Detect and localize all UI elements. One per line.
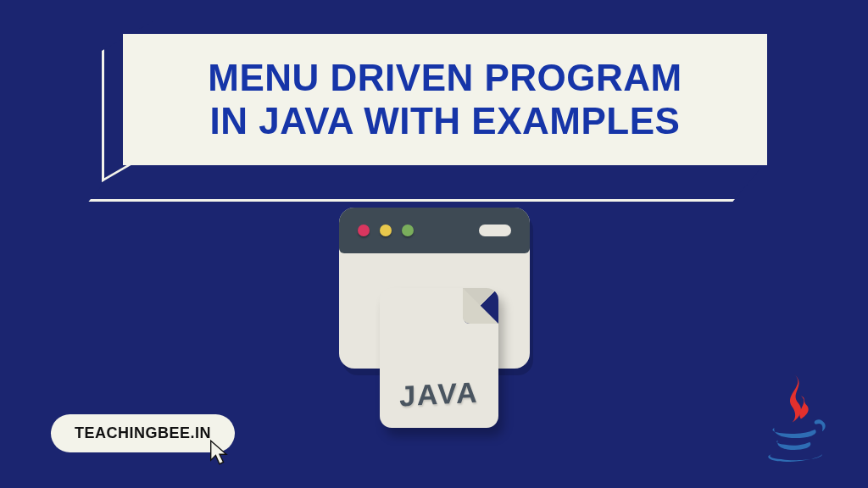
java-logo-icon xyxy=(758,369,830,467)
title-line-1: MENU DRIVEN PROGRAM xyxy=(208,57,682,98)
window-titlebar xyxy=(339,208,530,253)
site-badge-text: TEACHINGBEE.IN xyxy=(75,424,211,441)
traffic-light-yellow-icon xyxy=(380,225,392,236)
window-illustration: JAVA xyxy=(339,208,530,428)
file-fold-icon xyxy=(463,288,498,324)
title-text: MENU DRIVEN PROGRAM IN JAVA WITH EXAMPLE… xyxy=(208,57,682,142)
file-icon: JAVA xyxy=(380,288,498,428)
file-label: JAVA xyxy=(380,374,498,413)
traffic-light-green-icon xyxy=(402,225,414,236)
title-face: MENU DRIVEN PROGRAM IN JAVA WITH EXAMPLE… xyxy=(123,34,767,165)
window-pill-icon xyxy=(479,225,511,236)
traffic-light-red-icon xyxy=(358,225,370,236)
title-block: MENU DRIVEN PROGRAM IN JAVA WITH EXAMPLE… xyxy=(102,34,767,178)
title-3d-bottom-edge xyxy=(88,168,761,202)
cursor-icon xyxy=(208,439,231,466)
title-line-2: IN JAVA WITH EXAMPLES xyxy=(210,100,681,141)
